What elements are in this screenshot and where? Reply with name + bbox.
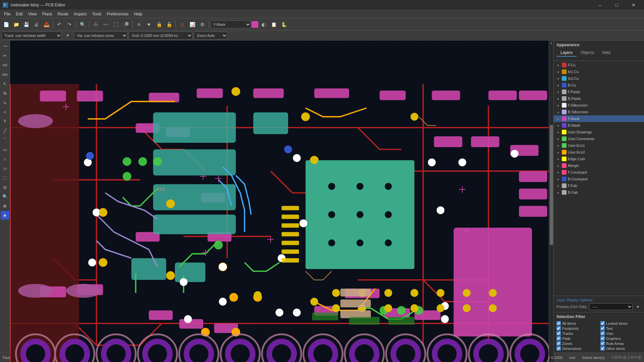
via-size-selector[interactable]: Via: use netclass sizes: [74, 32, 127, 40]
tab-nets[interactable]: Nets: [598, 49, 615, 57]
netinspector-button[interactable]: 📊: [187, 20, 197, 29]
layer-item-f-mask[interactable]: ●F.Mask: [554, 115, 644, 122]
zoom-fit-button[interactable]: ⛶: [111, 20, 120, 29]
menu-tools[interactable]: Tools: [90, 11, 104, 17]
filter-checkbox-vias[interactable]: [600, 331, 605, 336]
layer-item-user-eco2[interactable]: ●User.Eco2: [554, 149, 644, 156]
add-polygon-tool[interactable]: ▱: [1, 164, 9, 173]
layer-item-b-silkscreen[interactable]: ●B.Silkscreen: [554, 109, 644, 115]
menu-inspect[interactable]: Inspect: [71, 11, 90, 17]
filter-checkbox-locked-items[interactable]: [600, 321, 605, 325]
route-diff-pair-tool[interactable]: ⇆: [1, 89, 9, 98]
scroll-track[interactable]: [549, 45, 553, 362]
tab-objects[interactable]: Objects: [577, 49, 598, 57]
select-tool[interactable]: ⭢: [1, 42, 9, 51]
layer-item-b-paste[interactable]: ●B.Paste: [554, 95, 644, 102]
layer-visibility-8[interactable]: ●: [556, 116, 560, 121]
lock-button[interactable]: 🔒: [154, 20, 164, 29]
layer-item-b-courtyard[interactable]: ●B.Courtyard: [554, 176, 644, 182]
layer-visibility-5[interactable]: ●: [556, 96, 560, 101]
measure-tool[interactable]: mil: [1, 61, 9, 69]
redo-button[interactable]: ↷: [65, 20, 74, 29]
menu-help[interactable]: Help: [131, 11, 145, 17]
menu-file[interactable]: File: [1, 11, 13, 17]
unlock-button[interactable]: 🔓: [164, 20, 174, 29]
track-width-expand[interactable]: ▼: [63, 31, 72, 40]
add-arc-tool[interactable]: ⌒: [1, 136, 9, 144]
layer-color-button[interactable]: [252, 21, 258, 28]
board-setup-button[interactable]: ⚙: [198, 20, 207, 29]
filter-checkbox-rule-areas[interactable]: [600, 341, 605, 346]
layer-item-edge-cuts[interactable]: ●Edge.Cuts: [554, 156, 644, 162]
filter-checkbox-text[interactable]: [600, 326, 605, 330]
filter-checkbox-dimensions[interactable]: [556, 346, 561, 351]
ratsnest-button[interactable]: ≡: [134, 20, 144, 29]
layer-item-in2-cu[interactable]: ●In2.Cu: [554, 75, 644, 82]
add-circle-tool[interactable]: ○: [1, 155, 9, 163]
filter-checkbox-pads[interactable]: [556, 336, 561, 341]
scroll-up-button[interactable]: ▲: [549, 41, 554, 45]
layer-item-margin[interactable]: ●Margin: [554, 162, 644, 169]
filter-checkbox-graphics[interactable]: [600, 336, 605, 341]
zoom-in-button[interactable]: ➕: [91, 20, 100, 29]
scripting-button[interactable]: 🐍: [279, 20, 288, 29]
layer-item-f-paste[interactable]: ●F.Paste: [554, 88, 644, 95]
menu-route[interactable]: Route: [55, 11, 71, 17]
layer-item-f-courtyard[interactable]: ●F.Courtyard: [554, 169, 644, 176]
layer-item-in1-cu[interactable]: ●In1.Cu: [554, 68, 644, 75]
layer-visibility-4[interactable]: ●: [556, 89, 560, 94]
undo-button[interactable]: ↶: [55, 20, 64, 29]
presets-expand[interactable]: ▼: [635, 303, 641, 310]
layer-item-user-eco1[interactable]: ●User.Eco1: [554, 142, 644, 149]
filter-checkbox-tracks[interactable]: [556, 331, 561, 336]
minimize-button[interactable]: –: [592, 0, 608, 10]
layer-visibility-13[interactable]: ●: [556, 150, 560, 155]
new-button[interactable]: 📄: [1, 20, 11, 29]
print-button[interactable]: 🖨: [32, 20, 41, 29]
highlight-net-button[interactable]: ✷: [144, 20, 154, 29]
zoom-out-button[interactable]: ➖: [101, 20, 110, 29]
menu-place[interactable]: Place: [40, 11, 55, 17]
filter-checkbox-all-items[interactable]: [556, 321, 561, 325]
layer-item-user-comments[interactable]: ●User.Comments: [554, 135, 644, 142]
layer-visibility-14[interactable]: ●: [556, 157, 560, 161]
zoom-selector[interactable]: Zoom Auto: [194, 32, 227, 40]
layer-item-user-drawings[interactable]: ●User.Drawings: [554, 129, 644, 135]
layer-visibility-0[interactable]: ●: [556, 63, 560, 67]
menu-preferences[interactable]: Preferences: [104, 11, 131, 17]
layer-visibility-17[interactable]: ●: [556, 177, 560, 181]
layer-visibility-12[interactable]: ●: [556, 143, 560, 148]
menu-edit[interactable]: Edit: [13, 11, 25, 17]
layer-item-f-cu[interactable]: ●F.Cu: [554, 62, 644, 68]
zoom-area-button[interactable]: 🔎: [121, 20, 130, 29]
presets-select[interactable]: ----: [589, 303, 633, 310]
track-width-selector[interactable]: Track: use netclass width: [1, 32, 62, 40]
pcb-canvas[interactable]: CC1: [10, 41, 549, 362]
layer-item-b-mask[interactable]: ●B.Mask: [554, 122, 644, 129]
inspect-tool[interactable]: 🔍: [1, 192, 9, 201]
search-button[interactable]: 🔍: [78, 20, 87, 29]
layer-item-f-silkscreen[interactable]: ●F.Silkscreen: [554, 102, 644, 109]
maximize-button[interactable]: □: [609, 0, 625, 10]
export-button[interactable]: 📤: [42, 20, 51, 29]
layer-visibility-16[interactable]: ●: [556, 170, 560, 175]
layer-visibility-7[interactable]: ●: [556, 110, 560, 114]
layer-display-header[interactable]: Layer Display Options: [556, 298, 641, 302]
high-contrast-button[interactable]: ◐: [259, 20, 268, 29]
filter-checkbox-other-items[interactable]: [600, 346, 605, 351]
scroll-thumb[interactable]: [550, 125, 553, 245]
layer-selector[interactable]: F.Mask F.Cu B.Cu: [211, 20, 251, 28]
layer-visibility-19[interactable]: ●: [556, 190, 560, 195]
add-footprint-tool[interactable]: ⛶: [1, 173, 9, 182]
layer-visibility-10[interactable]: ●: [556, 130, 560, 134]
layer-visibility-18[interactable]: ●: [556, 183, 560, 188]
add-via-tool[interactable]: ◎: [1, 183, 9, 191]
tune-diff-pair-tool[interactable]: ≈: [1, 108, 9, 116]
design-rules-button[interactable]: ⚠: [177, 20, 187, 29]
tab-layers[interactable]: Layers: [556, 49, 577, 57]
filter-checkbox-zones[interactable]: [556, 341, 561, 346]
layer-visibility-3[interactable]: ●: [556, 83, 560, 87]
tune-track-tool[interactable]: ∿: [1, 98, 9, 107]
add-line-tool[interactable]: ╱: [1, 126, 9, 135]
route-track-tool[interactable]: ↖: [1, 79, 9, 88]
